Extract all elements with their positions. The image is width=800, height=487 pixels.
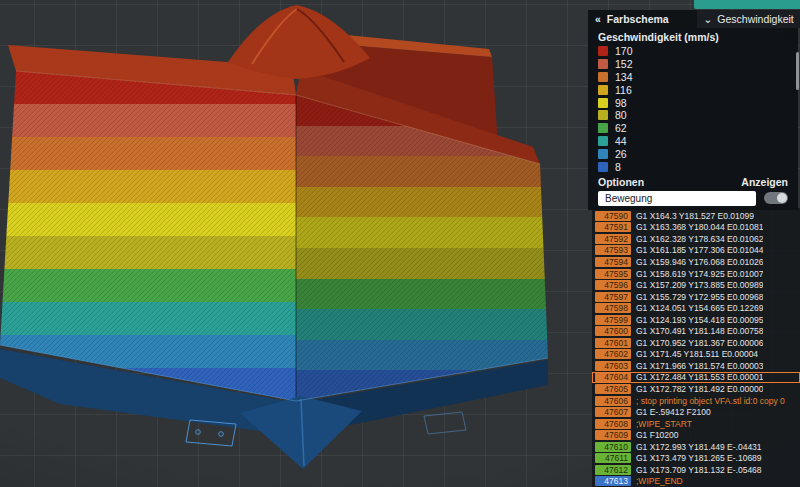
gcode-line-text: G1 X172.484 Y181.553 E0.00001: [631, 372, 763, 382]
gcode-line[interactable]: 47610G1 X172.993 Y181.449 E-.04431: [592, 441, 800, 453]
legend-value: 8: [615, 161, 621, 173]
legend-swatch: [598, 110, 608, 120]
gcode-line-number: 47597: [595, 292, 631, 302]
legend-value: 152: [615, 58, 633, 70]
gcode-line-text: G1 X164.3 Y181.527 E0.01099: [631, 211, 754, 221]
gcode-line[interactable]: 47591G1 X163.368 Y180.044 E0.01081: [592, 222, 800, 234]
gcode-line-number: 47609: [595, 430, 631, 440]
legend-header-title: Farbschema: [607, 10, 669, 28]
legend-swatch: [598, 98, 608, 108]
movement-toggle[interactable]: [764, 192, 788, 204]
legend-swatch: [598, 46, 608, 56]
gcode-line-number: 47607: [595, 407, 631, 417]
gcode-line[interactable]: 47599G1 X124.193 Y154.418 E0.00095: [592, 314, 800, 326]
legend-value: 80: [615, 109, 627, 121]
gcode-line-text: G1 X170.491 Y181.148 E0.00758: [631, 326, 763, 336]
plate-marker-dot: [219, 432, 224, 437]
gcode-line-number: 47610: [595, 442, 631, 452]
legend-item: 116: [598, 83, 788, 96]
legend-item: 98: [598, 96, 788, 109]
legend-swatch: [598, 85, 608, 95]
gcode-line-number: 47598: [595, 303, 631, 313]
legend-swatch: [598, 123, 608, 133]
gcode-line[interactable]: 47592G1 X162.328 Y178.634 E0.01062: [592, 233, 800, 245]
model-top-funnel: [228, 5, 370, 79]
legend-header: « Farbschema ⌄ Geschwindigkeit: [588, 10, 798, 28]
gcode-line-number: 47602: [595, 349, 631, 359]
gcode-line[interactable]: 47611G1 X173.479 Y181.265 E-.10689: [592, 452, 800, 464]
gcode-line-text: G1 X173.479 Y181.265 E-.10689: [631, 453, 762, 463]
gcode-line-number: 47603: [595, 361, 631, 371]
gcode-line-number: 47608: [595, 419, 631, 429]
legend-swatch: [598, 149, 608, 159]
legend-value: 116: [615, 84, 632, 96]
gcode-line[interactable]: 47606; stop printing object VFA.stl id:0…: [592, 395, 800, 407]
gcode-line-number: 47591: [595, 222, 631, 232]
gcode-line[interactable]: 47593G1 X161.185 Y177.306 E0.01044: [592, 245, 800, 257]
chevron-down-icon: ⌄: [704, 10, 713, 28]
gcode-line[interactable]: 47603G1 X171.966 Y181.574 E0.00003: [592, 360, 800, 372]
options-label: Optionen: [598, 176, 644, 188]
legend-panel: « Farbschema ⌄ Geschwindigkeit Geschwind…: [588, 10, 798, 210]
gcode-line[interactable]: 47612G1 X173.709 Y181.132 E-.05468: [592, 464, 800, 476]
legend-item: 62: [598, 122, 788, 135]
gcode-line[interactable]: 47605G1 X172.782 Y181.492 E0.00000: [592, 383, 800, 395]
gcode-line-text: G1 X171.966 Y181.574 E0.00003: [631, 361, 763, 371]
plate-marker-right: [424, 412, 466, 434]
legend-body: Geschwindigkeit (mm/s) 17015213411698806…: [588, 28, 798, 210]
gcode-line-text: G1 X155.729 Y172.955 E0.00968: [631, 292, 763, 302]
gcode-line-text: G1 X157.209 Y173.885 E0.00989: [631, 280, 763, 290]
legend-swatch: [598, 162, 608, 172]
gcode-line-number: 47595: [595, 269, 631, 279]
gcode-line-number: 47592: [595, 234, 631, 244]
legend-item: 8: [598, 160, 788, 173]
gcode-line-number: 47594: [595, 257, 631, 267]
gcode-line-number: 47606: [595, 396, 631, 406]
gcode-line-text: G1 X172.993 Y181.449 E-.04431: [631, 442, 762, 452]
gcode-line[interactable]: 47601G1 X170.952 Y181.367 E0.00006: [592, 337, 800, 349]
gcode-line[interactable]: 47596G1 X157.209 Y173.885 E0.00989: [592, 279, 800, 291]
gcode-line[interactable]: 47608;WIPE_START: [592, 418, 800, 430]
gcode-line-text: ;WIPE_END: [631, 476, 683, 486]
gcode-line-text: G1 X124.193 Y154.418 E0.00095: [631, 315, 763, 325]
cropped-toolbar-button[interactable]: [694, 0, 800, 9]
gcode-viewer[interactable]: 47590G1 X164.3 Y181.527 E0.0109947591G1 …: [592, 208, 800, 487]
gcode-line[interactable]: 47613;WIPE_END: [592, 476, 800, 487]
gcode-line[interactable]: 47590G1 X164.3 Y181.527 E0.01099: [592, 210, 800, 222]
legend-header-farbschema[interactable]: « Farbschema: [588, 10, 697, 28]
gcode-line-text: G1 X161.185 Y177.306 E0.01044: [631, 245, 763, 255]
gcode-line-text: G1 X162.328 Y178.634 E0.01062: [631, 234, 763, 244]
gcode-line[interactable]: 47594G1 X159.946 Y176.068 E0.01026: [592, 256, 800, 268]
movement-row: Bewegung: [598, 191, 788, 206]
gcode-line-number: 47601: [595, 338, 631, 348]
gcode-line[interactable]: 47609G1 F10200: [592, 429, 800, 441]
legend-value: 62: [615, 122, 627, 134]
movement-dropdown[interactable]: Bewegung: [598, 191, 756, 206]
color-scheme-dropdown[interactable]: ⌄ Geschwindigkeit: [697, 10, 800, 28]
gcode-line[interactable]: 47607G1 E-.59412 F2100: [592, 406, 800, 418]
legend-item: 152: [598, 58, 788, 71]
gcode-line[interactable]: 47597G1 X155.729 Y172.955 E0.00968: [592, 291, 800, 303]
gcode-line-text: G1 X173.709 Y181.132 E-.05468: [631, 465, 762, 475]
options-row: Optionen Anzeigen: [598, 176, 788, 188]
gcode-line-number: 47596: [595, 280, 631, 290]
legend-item: 44: [598, 135, 788, 148]
gcode-line[interactable]: 47598G1 X124.051 Y154.665 E0.12269: [592, 302, 800, 314]
gcode-line-number: 47611: [595, 453, 631, 463]
panel-scrollbar[interactable]: [796, 52, 799, 90]
movement-label: Bewegung: [605, 193, 652, 204]
gcode-line[interactable]: 47600G1 X170.491 Y181.148 E0.00758: [592, 325, 800, 337]
gcode-line[interactable]: 47604G1 X172.484 Y181.553 E0.00001: [592, 372, 800, 384]
legend-value: 26: [615, 148, 627, 160]
gcode-line[interactable]: 47595G1 X158.619 Y174.925 E0.01007: [592, 268, 800, 280]
legend-value: 170: [615, 45, 633, 57]
legend-item: 170: [598, 45, 788, 58]
gcode-line[interactable]: 47602G1 X171.45 Y181.511 E0.00004: [592, 349, 800, 361]
model-wall-left-texture: [0, 71, 296, 401]
gcode-line-text: G1 X163.368 Y180.044 E0.01081: [631, 222, 763, 232]
legend-item: 26: [598, 147, 788, 160]
gcode-line-number: 47612: [595, 465, 631, 475]
legend-swatch: [598, 72, 608, 82]
gcode-line-text: G1 X172.782 Y181.492 E0.00000: [631, 384, 763, 394]
gcode-line-number: 47605: [595, 384, 631, 394]
